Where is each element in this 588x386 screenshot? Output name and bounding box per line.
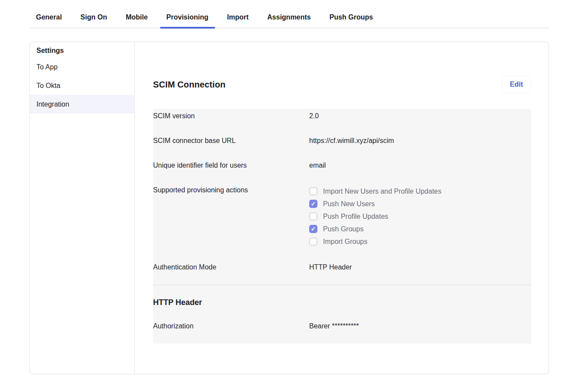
detail-row-unique-identifier-field-for-users: Unique identifier field for usersemail bbox=[153, 158, 531, 183]
provisioning-panel: Settings To AppTo OktaIntegration SCIM C… bbox=[29, 42, 549, 374]
checkbox-row-push-groups: ✓Push Groups bbox=[309, 223, 441, 235]
subsection-rows: AuthorizationBearer ********** bbox=[153, 319, 531, 344]
checkbox-unchecked-icon[interactable] bbox=[309, 187, 317, 195]
tab-import[interactable]: Import bbox=[221, 12, 255, 28]
page-title: SCIM Connection bbox=[153, 80, 225, 90]
checkbox-row-push-profile-updates: Push Profile Updates bbox=[309, 210, 441, 223]
checkbox-label: Push Groups bbox=[323, 224, 363, 234]
sidebar-items: To AppTo OktaIntegration bbox=[30, 58, 134, 114]
detail-label: Supported provisioning actions bbox=[153, 185, 309, 248]
checkbox-unchecked-icon[interactable] bbox=[309, 237, 317, 246]
detail-label: Authorization bbox=[153, 321, 309, 331]
detail-value: https://cf.wimill.xyz/api/scim bbox=[309, 136, 394, 146]
checkbox-label: Import New Users and Profile Updates bbox=[323, 186, 441, 197]
detail-value: Bearer ********** bbox=[309, 321, 359, 331]
tab-mobile[interactable]: Mobile bbox=[119, 12, 154, 28]
tab-general[interactable]: General bbox=[29, 12, 69, 28]
sidebar-item-integration[interactable]: Integration bbox=[30, 95, 134, 114]
sidebar-item-to-app[interactable]: To App bbox=[30, 58, 134, 76]
tab-assignments[interactable]: Assignments bbox=[261, 12, 317, 28]
detail-rows: SCIM version2.0SCIM connector base URLht… bbox=[153, 109, 531, 285]
sidebar-header: Settings bbox=[30, 42, 134, 58]
settings-sidebar: Settings To AppTo OktaIntegration bbox=[30, 42, 135, 374]
tab-push-groups[interactable]: Push Groups bbox=[323, 12, 379, 28]
detail-row-authorization: AuthorizationBearer ********** bbox=[153, 319, 531, 344]
detail-value: 2.0 bbox=[309, 111, 319, 121]
tab-provisioning[interactable]: Provisioning bbox=[160, 12, 215, 28]
checkbox-row-import-groups: Import Groups bbox=[309, 235, 441, 248]
detail-row-supported-provisioning-actions: Supported provisioning actionsImport New… bbox=[153, 183, 531, 260]
detail-value: HTTP Header bbox=[309, 262, 352, 272]
checkbox-row-push-new-users: ✓Push New Users bbox=[309, 198, 441, 210]
section-header: SCIM Connection Edit bbox=[153, 76, 531, 93]
subsection-title: HTTP Header bbox=[153, 285, 531, 319]
app-tab-bar: GeneralSign OnMobileProvisioningImportAs… bbox=[29, 0, 549, 28]
checkbox-unchecked-icon[interactable] bbox=[309, 212, 317, 221]
checkbox-label: Push New Users bbox=[323, 199, 375, 209]
detail-label: Unique identifier field for users bbox=[153, 160, 309, 171]
checkbox-label: Import Groups bbox=[323, 237, 367, 247]
checkbox-checked-icon[interactable]: ✓ bbox=[309, 200, 317, 208]
checkbox-checked-icon[interactable]: ✓ bbox=[309, 225, 317, 233]
provisioning-actions-list: Import New Users and Profile Updates✓Pus… bbox=[309, 185, 441, 248]
detail-label: SCIM version bbox=[153, 111, 309, 121]
detail-label: SCIM connector base URL bbox=[153, 136, 309, 146]
detail-label: Authentication Mode bbox=[153, 262, 309, 272]
detail-value: email bbox=[309, 160, 326, 171]
scim-details-block: SCIM version2.0SCIM connector base URLht… bbox=[153, 109, 531, 344]
tab-sign-on[interactable]: Sign On bbox=[74, 12, 114, 28]
scim-connection-section: SCIM Connection Edit SCIM version2.0SCIM… bbox=[135, 42, 549, 374]
detail-row-authentication-mode: Authentication ModeHTTP Header bbox=[153, 260, 531, 285]
checkbox-row-import-new-users-and-profile-updates: Import New Users and Profile Updates bbox=[309, 185, 441, 198]
edit-button[interactable]: Edit bbox=[502, 76, 531, 93]
sidebar-item-to-okta[interactable]: To Okta bbox=[30, 76, 134, 95]
detail-row-scim-connector-base-url: SCIM connector base URLhttps://cf.wimill… bbox=[153, 133, 531, 158]
checkbox-label: Push Profile Updates bbox=[323, 211, 388, 222]
detail-row-scim-version: SCIM version2.0 bbox=[153, 109, 531, 133]
